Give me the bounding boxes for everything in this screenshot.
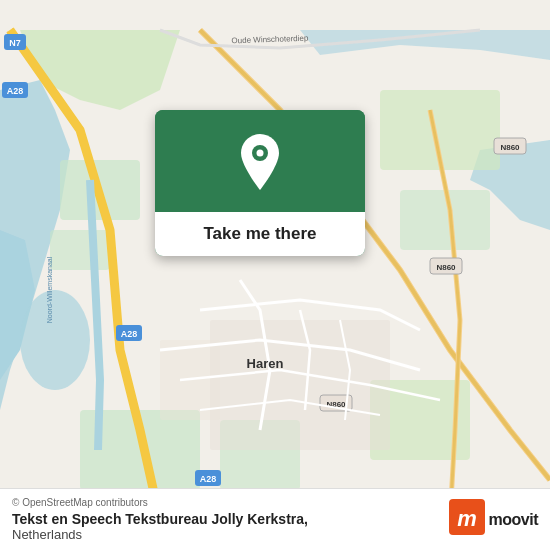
location-pin-icon [236, 132, 284, 194]
svg-text:m: m [457, 506, 477, 531]
svg-point-1 [20, 290, 90, 390]
popup-upper [155, 110, 365, 212]
moovit-m-letter: m [449, 499, 485, 541]
popup-lower: Take me there [155, 212, 365, 256]
moovit-text: moovit [489, 511, 538, 529]
map-container: A28 A28 A28 N7 Oude Winschoterdiep N860 … [0, 0, 550, 550]
moovit-icon: m [449, 499, 485, 535]
svg-text:Haren: Haren [247, 356, 284, 371]
map-background: A28 A28 A28 N7 Oude Winschoterdiep N860 … [0, 0, 550, 550]
take-me-there-button[interactable]: Take me there [203, 224, 316, 243]
popup-card: Take me there [155, 110, 365, 256]
svg-point-29 [257, 150, 264, 157]
svg-text:A28: A28 [7, 86, 24, 96]
svg-rect-3 [50, 230, 110, 270]
svg-text:A28: A28 [200, 474, 217, 484]
location-name: Tekst en Speech Tekstbureau Jolly Kerkst… [12, 511, 308, 527]
bottom-bar: © OpenStreetMap contributors Tekst en Sp… [0, 488, 550, 550]
svg-rect-5 [400, 190, 490, 250]
location-country: Netherlands [12, 527, 308, 542]
svg-text:N7: N7 [9, 38, 21, 48]
svg-text:N860: N860 [436, 263, 456, 272]
moovit-logo: m moovit [449, 499, 538, 541]
svg-text:N860: N860 [500, 143, 520, 152]
bottom-left: © OpenStreetMap contributors Tekst en Sp… [12, 497, 308, 542]
copyright-text: © OpenStreetMap contributors [12, 497, 308, 508]
svg-text:A28: A28 [121, 329, 138, 339]
svg-text:Noord-Willemskanaal: Noord-Willemskanaal [46, 256, 53, 323]
